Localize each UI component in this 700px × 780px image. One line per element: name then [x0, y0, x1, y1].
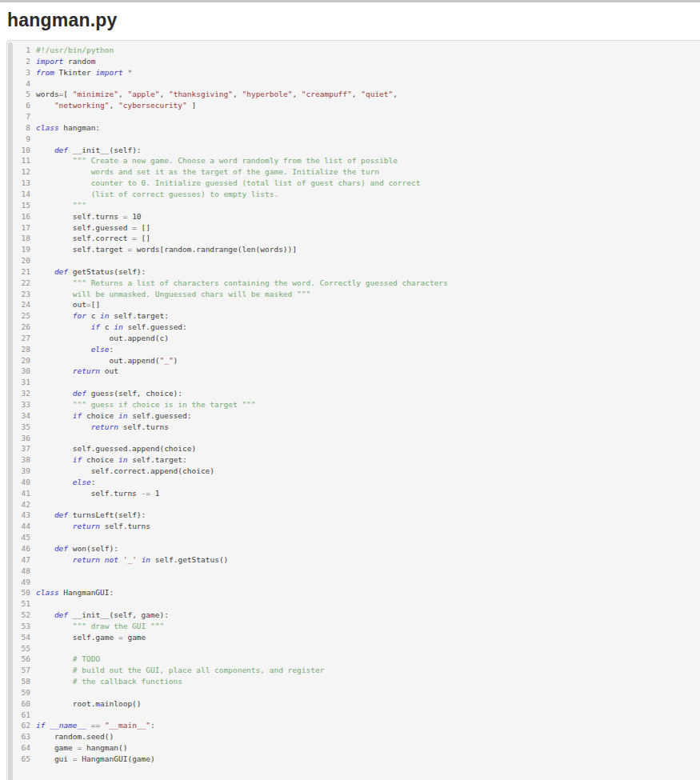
code-line: 25 for c in self.target: [7, 310, 700, 322]
code-line: 28 else: [7, 344, 700, 355]
code-line: 2import random [7, 56, 700, 67]
code-text [30, 566, 36, 577]
code-line: 22 """ Returns a list of characters cont… [7, 278, 700, 289]
code-line: 36 [7, 433, 700, 444]
code-line: 13 counter to 0. Initialize guessed (tot… [7, 178, 700, 189]
code-line: 44 return self.turns [7, 521, 700, 532]
code-line: 23 will be unmasked. Unguessed chars wil… [7, 289, 700, 300]
code-text: from Tkinter import * [30, 67, 132, 78]
code-line: 18 self.correct = [] [7, 233, 700, 244]
code-text: def turnsLeft(self): [30, 510, 146, 521]
code-line: 65 gui = HangmanGUI(game) [7, 754, 700, 765]
code-line: 62if __name__ == "__main__": [7, 720, 700, 731]
code-text: # TODO [30, 654, 100, 665]
code-text: self.game = game [30, 632, 146, 643]
code-line: 50class HangmanGUI: [7, 587, 700, 598]
code-line: 20 [7, 255, 700, 266]
code-line: 4 [7, 78, 700, 90]
code-line: 10 def __init__(self): [7, 145, 700, 156]
code-text: self.correct.append(choice) [30, 466, 214, 477]
code-line: 35 return self.turns [7, 422, 700, 433]
code-line: 39 self.correct.append(choice) [7, 466, 700, 477]
code-text: class hangman: [30, 122, 100, 134]
code-text: out.append("_") [30, 355, 178, 366]
code-line: 45 [7, 532, 700, 543]
file-title: hangman.py [7, 10, 700, 30]
code-line: 26 if c in self.guessed: [7, 322, 700, 333]
code-text: game = hangman() [30, 742, 127, 754]
left-scrollbar-strip [8, 42, 13, 780]
code-text: def getStatus(self): [30, 266, 146, 278]
code-text: #!/usr/bin/python [30, 45, 114, 56]
code-text: def won(self): [30, 543, 118, 554]
code-text: self.guessed = [] [30, 222, 150, 234]
code-line: 21 def getStatus(self): [7, 266, 700, 278]
code-text: will be unmasked. Unguessed chars will b… [30, 289, 310, 300]
code-text: else: [30, 344, 114, 355]
code-text: (list of correct guesses) to empty lists… [30, 189, 278, 200]
code-text: def __init__(self, game): [30, 610, 169, 621]
code-line: 16 self.turns = 10 [7, 211, 700, 222]
code-text: """ [30, 200, 86, 211]
code-line: 58 # the callback functions [7, 676, 700, 687]
code-text: return self.turns [30, 521, 150, 532]
code-text [30, 78, 36, 90]
code-line: 46 def won(self): [7, 543, 700, 554]
code-line: 12 words and set it as the target of the… [7, 166, 700, 178]
code-text: counter to 0. Initialize guessed (total … [30, 178, 420, 189]
code-line: 9 [7, 134, 700, 145]
code-text: # build out the GUI, place all component… [30, 665, 324, 676]
code-text [30, 598, 36, 610]
code-line: 55 [7, 643, 700, 654]
code-line: 38 if choice in self.target: [7, 454, 700, 466]
code-line: 34 if choice in self.guessed: [7, 410, 700, 422]
code-line: 51 [7, 598, 700, 610]
code-text: if choice in self.target: [30, 454, 187, 466]
code-text [30, 577, 36, 588]
code-line: 59 [7, 687, 700, 698]
code-line: 29 out.append("_") [7, 355, 700, 366]
code-line: 33 """ guess if choice is in the target … [7, 399, 700, 410]
code-text [30, 643, 36, 654]
code-lines: 1#!/usr/bin/python2import random3from Tk… [7, 45, 700, 765]
code-text: self.guessed.append(choice) [30, 443, 196, 454]
code-line: 37 self.guessed.append(choice) [7, 443, 700, 454]
code-line: 6 "networking", "cybersecurity" ] [7, 100, 700, 111]
code-line: 1#!/usr/bin/python [7, 45, 700, 56]
code-line: 11 """ Create a new game. Choose a word … [7, 155, 700, 166]
code-text: out.append(c) [30, 333, 169, 344]
code-line: 60 root.mainloop() [7, 698, 700, 710]
code-text: random.seed() [30, 731, 114, 742]
code-line: 19 self.target = words[random.randrange(… [7, 244, 700, 255]
code-text: # the callback functions [30, 676, 182, 687]
code-line: 54 self.game = game [7, 632, 700, 643]
code-line: 57 # build out the GUI, place all compon… [7, 665, 700, 676]
code-line: 7 [7, 111, 700, 122]
code-line: 64 game = hangman() [7, 742, 700, 754]
code-line: 56 # TODO [7, 654, 700, 665]
page-top-border [0, 0, 700, 2]
code-text: self.target = words[random.randrange(len… [30, 244, 297, 255]
code-panel: 1#!/usr/bin/python2import random3from Tk… [6, 40, 700, 780]
code-line: 61 [7, 710, 700, 721]
code-text: return out [30, 366, 118, 377]
code-text: root.mainloop() [30, 698, 142, 710]
code-line: 15 """ [7, 200, 700, 211]
code-line: 63 random.seed() [7, 731, 700, 742]
code-line: 40 else: [7, 477, 700, 488]
code-line: 17 self.guessed = [] [7, 222, 700, 234]
code-line: 47 return not '_' in self.getStatus() [7, 554, 700, 566]
code-line: 3from Tkinter import * [7, 67, 700, 78]
code-text: def __init__(self): [30, 145, 142, 156]
code-line: 49 [7, 577, 700, 588]
code-text: self.correct = [] [30, 233, 150, 244]
code-text: out=[] [30, 299, 100, 310]
code-text: for c in self.target: [30, 310, 169, 322]
code-line: 42 [7, 499, 700, 510]
code-text: """ guess if choice is in the target """ [30, 399, 256, 410]
code-line: 24 out=[] [7, 299, 700, 310]
code-line: 32 def guess(self, choice): [7, 388, 700, 399]
code-text: if __name__ == "__main__": [30, 720, 155, 731]
code-text [30, 532, 36, 543]
code-line: 27 out.append(c) [7, 333, 700, 344]
